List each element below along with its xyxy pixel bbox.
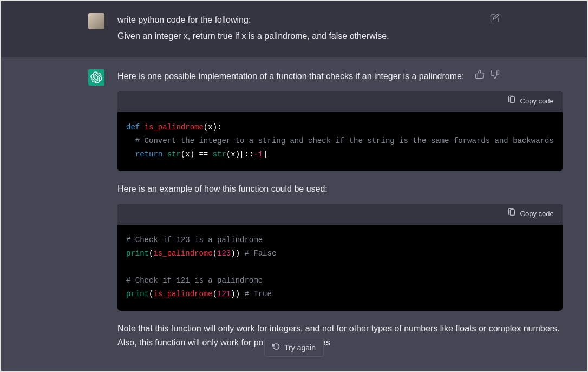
user-message: write python code for the following: Giv… — [1, 1, 587, 57]
code-body-2: # Check if 123 is a palindrome print(is_… — [117, 225, 563, 311]
edit-icon[interactable] — [490, 13, 500, 23]
copy-code-button[interactable]: Copy code — [507, 95, 554, 108]
svg-rect-1 — [510, 209, 514, 215]
code-block-2: Copy code # Check if 123 is a palindrome… — [117, 204, 563, 311]
assistant-avatar — [88, 69, 104, 86]
svg-rect-0 — [510, 96, 514, 102]
refresh-icon — [272, 343, 280, 352]
code-block-1: Copy code def is_palindrome(x): # Conver… — [117, 91, 563, 171]
code-body-1: def is_palindrome(x): # Convert the inte… — [117, 112, 563, 172]
user-line-1: write python code for the following: — [117, 13, 500, 27]
user-content: write python code for the following: Giv… — [117, 13, 500, 45]
assistant-mid: Here is an example of how this function … — [117, 182, 563, 196]
thumbs-up-icon[interactable] — [475, 69, 485, 79]
copy-code-button[interactable]: Copy code — [507, 208, 554, 220]
clipboard-icon — [507, 208, 516, 220]
clipboard-icon — [507, 95, 516, 108]
assistant-note: Note that this function will only work f… — [117, 322, 563, 349]
user-line-2: Given an integer x, return true if x is … — [117, 29, 500, 43]
copy-label: Copy code — [520, 208, 554, 220]
copy-label: Copy code — [520, 96, 554, 107]
thumbs-down-icon[interactable] — [490, 69, 500, 79]
assistant-message: Here is one possible implementation of a… — [1, 57, 587, 372]
user-avatar — [88, 13, 104, 29]
try-again-button[interactable]: Try again — [264, 338, 324, 357]
assistant-content: Here is one possible implementation of a… — [117, 69, 563, 351]
try-again-label: Try again — [284, 343, 316, 352]
